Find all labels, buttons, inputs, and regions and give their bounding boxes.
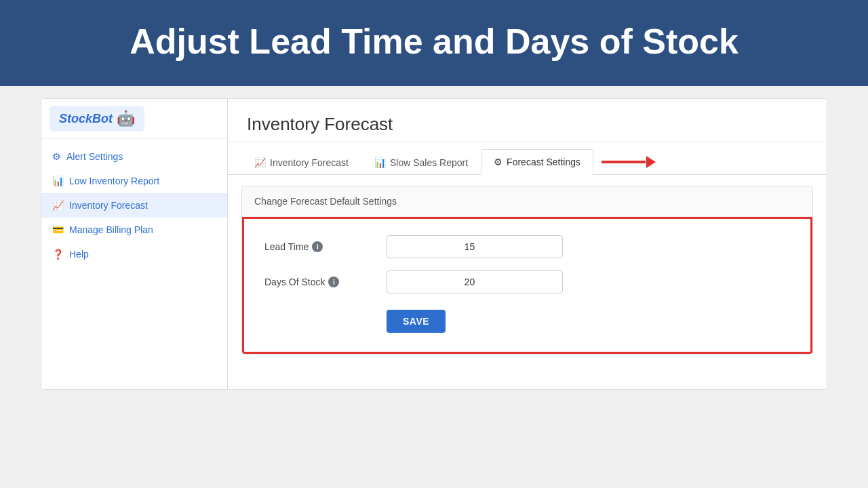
- hero-banner: Adjust Lead Time and Days of Stock: [0, 0, 868, 86]
- sidebar-item-help[interactable]: ❓ Help: [41, 242, 227, 266]
- tab-label: Inventory Forecast: [270, 157, 349, 168]
- tab-chart-icon: 📈: [254, 157, 266, 168]
- gear-icon: ⚙: [52, 151, 61, 162]
- billing-icon: 💳: [52, 224, 64, 235]
- days-of-stock-row: Days Of Stock i: [264, 270, 790, 293]
- logo-icon: 🤖: [117, 110, 135, 127]
- settings-section-header: Change Forecast Default Settings: [242, 186, 812, 217]
- tab-gear-icon: ⚙: [494, 157, 502, 167]
- sidebar-item-label: Inventory Forecast: [69, 200, 148, 211]
- arrow-indicator: [601, 157, 656, 167]
- lead-time-label-text: Lead Time: [264, 241, 309, 252]
- main-content: Inventory Forecast 📈 Inventory Forecast …: [228, 99, 827, 389]
- lead-time-label: Lead Time i: [264, 241, 387, 252]
- sidebar-item-inventory-forecast[interactable]: 📈 Inventory Forecast: [41, 193, 227, 218]
- sidebar-nav: ⚙ Alert Settings 📊 Low Inventory Report …: [41, 139, 227, 272]
- hero-title: Adjust Lead Time and Days of Stock: [130, 22, 738, 61]
- tab-forecast-settings[interactable]: ⚙ Forecast Settings: [481, 149, 593, 175]
- logo-box: StockBot 🤖: [50, 106, 144, 131]
- days-of-stock-input[interactable]: [387, 270, 563, 293]
- line-chart-icon: 📈: [52, 200, 64, 211]
- page-title: Inventory Forecast: [247, 114, 808, 135]
- sidebar-item-label: Help: [69, 249, 89, 260]
- settings-panel: Change Forecast Default Settings Lead Ti…: [241, 186, 813, 354]
- settings-form: Lead Time i Days Of Stock i SAVE: [242, 217, 812, 354]
- tabs-row: 📈 Inventory Forecast 📊 Slow Sales Report…: [228, 142, 827, 175]
- page-header: Inventory Forecast: [228, 99, 827, 142]
- bar-chart-icon: 📊: [52, 176, 64, 186]
- logo-text: StockBot: [59, 112, 113, 126]
- sidebar-logo: StockBot 🤖: [41, 99, 227, 139]
- days-of-stock-label-text: Days Of Stock: [264, 277, 325, 287]
- tab-label: Forecast Settings: [507, 157, 580, 167]
- days-of-stock-label: Days Of Stock i: [264, 277, 387, 287]
- sidebar-item-label: Manage Billing Plan: [69, 224, 153, 235]
- sidebar-item-manage-billing-plan[interactable]: 💳 Manage Billing Plan: [41, 218, 227, 242]
- help-icon: ❓: [52, 249, 64, 260]
- tab-label: Slow Sales Report: [390, 157, 468, 168]
- app-container: StockBot 🤖 ⚙ Alert Settings 📊 Low Invent…: [41, 98, 827, 390]
- sidebar: StockBot 🤖 ⚙ Alert Settings 📊 Low Invent…: [41, 99, 228, 389]
- lead-time-info-icon[interactable]: i: [312, 241, 323, 252]
- red-arrow-icon: [601, 157, 656, 167]
- days-of-stock-info-icon[interactable]: i: [328, 277, 339, 287]
- lead-time-input[interactable]: [387, 235, 563, 258]
- sidebar-item-alert-settings[interactable]: ⚙ Alert Settings: [41, 144, 227, 169]
- sidebar-item-label: Low Inventory Report: [69, 176, 159, 186]
- tab-bar-icon: 📊: [374, 157, 386, 168]
- tab-slow-sales-report[interactable]: 📊 Slow Sales Report: [361, 150, 481, 175]
- settings-section-title: Change Forecast Default Settings: [254, 196, 397, 207]
- tab-inventory-forecast[interactable]: 📈 Inventory Forecast: [241, 150, 361, 175]
- lead-time-row: Lead Time i: [264, 235, 790, 258]
- save-button[interactable]: SAVE: [387, 310, 446, 333]
- sidebar-item-low-inventory-report[interactable]: 📊 Low Inventory Report: [41, 169, 227, 193]
- sidebar-item-label: Alert Settings: [66, 151, 123, 162]
